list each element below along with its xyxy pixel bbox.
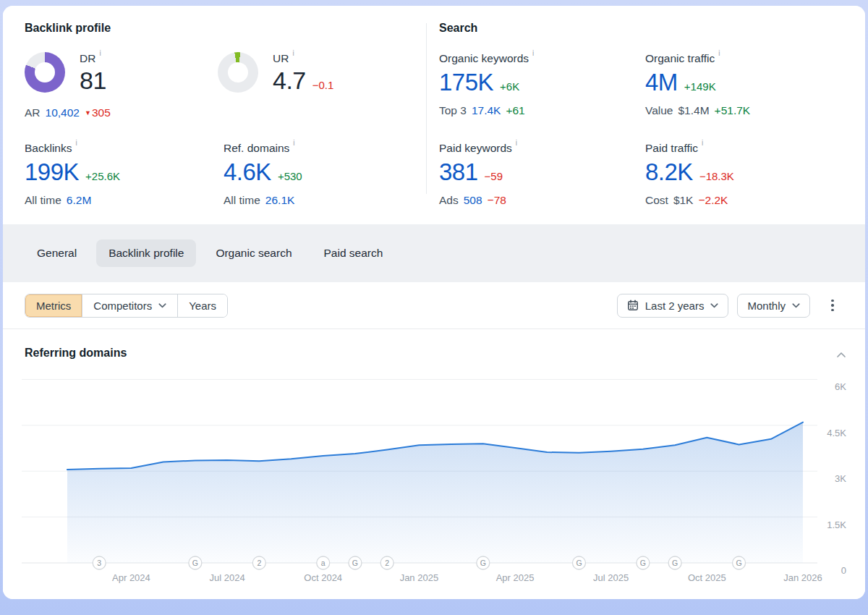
svg-text:2: 2 [257, 559, 261, 567]
ur-donut [215, 49, 262, 96]
calendar-icon [627, 300, 639, 311]
chevron-down-icon [710, 303, 718, 308]
value-label: Value [645, 104, 673, 117]
backlinks-label: Backlinks [25, 142, 72, 155]
top3-delta: +61 [506, 104, 524, 117]
svg-text:G: G [352, 559, 358, 567]
organic-keywords-delta: +6K [500, 80, 519, 93]
referring-domains-chart[interactable]: 3G2aG2GGGGG 01.5K3K4.5K6KApr 2024Jul 202… [3, 329, 865, 599]
referring-domains-panel: Referring domains 3G2aG2GGGGG 01.5K3K4.5… [3, 329, 865, 599]
date-range-label: Last 2 years [645, 300, 705, 312]
info-icon[interactable]: i [292, 49, 294, 57]
cost-label: Cost [645, 194, 668, 207]
cost-amount: $1K [673, 194, 694, 207]
tabs-bar: General Backlink profile Organic search … [3, 224, 865, 282]
stats-section: Backlink profile Search DRi 81 AR 10,402… [3, 6, 865, 224]
chevron-down-icon [792, 303, 800, 308]
svg-text:Apr 2024: Apr 2024 [112, 572, 150, 583]
info-icon[interactable]: i [516, 139, 517, 147]
info-icon[interactable]: i [718, 49, 720, 57]
backlink-profile-heading: Backlink profile [25, 22, 111, 35]
svg-text:Jul 2025: Jul 2025 [593, 572, 629, 583]
date-range-dropdown[interactable]: Last 2 years [617, 294, 729, 318]
ref-domains-value[interactable]: 4.6K [224, 158, 271, 186]
svg-text:G: G [672, 559, 678, 567]
all-time-label: All time [224, 194, 260, 207]
chevron-down-icon [158, 303, 166, 308]
organic-traffic-delta: +149K [684, 80, 716, 93]
ref-domains-label: Ref. domains [224, 142, 289, 155]
page-frame: Backlink profile Search DRi 81 AR 10,402… [0, 0, 868, 615]
ar-row: AR 10,402 ▼305 [25, 106, 111, 119]
granularity-dropdown[interactable]: Monthly [737, 294, 810, 318]
tab-backlink-profile[interactable]: Backlink profile [96, 239, 196, 267]
ur-label: UR [273, 52, 289, 65]
svg-text:4.5K: 4.5K [827, 428, 846, 438]
paid-keywords-value[interactable]: 381 [439, 158, 478, 186]
ar-label: AR [25, 106, 41, 119]
svg-text:G: G [480, 559, 486, 567]
organic-keywords-value[interactable]: 175K [439, 69, 493, 96]
value-amount: $1.4M [678, 104, 710, 117]
svg-text:Oct 2024: Oct 2024 [304, 572, 342, 583]
years-button[interactable]: Years [177, 294, 227, 317]
ar-value-link[interactable]: 10,402 [46, 106, 80, 119]
paid-traffic-metric: Paid traffici 8.2K−18.3K Cost$1K−2.2K [645, 142, 734, 207]
organic-traffic-metric: Organic traffici 4M+149K Value$1.4M+51.7… [645, 52, 750, 117]
paid-traffic-value[interactable]: 8.2K [645, 158, 693, 186]
top3-label: Top 3 [439, 104, 467, 117]
triangle-down-icon: ▼ [85, 109, 91, 116]
top3-value-link[interactable]: 17.4K [472, 104, 501, 117]
organic-traffic-value[interactable]: 4M [645, 69, 678, 96]
svg-text:G: G [192, 559, 198, 567]
info-icon[interactable]: i [293, 139, 294, 147]
all-time-value-link[interactable]: 6.2M [67, 194, 91, 207]
overview-card: Backlink profile Search DRi 81 AR 10,402… [3, 6, 865, 599]
paid-keywords-metric: Paid keywordsi 381−59 Ads508−78 [439, 142, 517, 207]
svg-text:Jan 2025: Jan 2025 [400, 572, 439, 583]
granularity-label: Monthly [747, 300, 786, 312]
svg-text:Jul 2024: Jul 2024 [210, 572, 245, 583]
organic-keywords-metric: Organic keywordsi 175K+6K Top 317.4K+61 [439, 52, 534, 117]
info-icon[interactable]: i [75, 139, 77, 147]
svg-text:a: a [321, 559, 326, 567]
backlinks-metric: Backlinksi 199K+25.6K All time6.2M [25, 142, 120, 207]
info-icon[interactable]: i [99, 49, 101, 57]
ur-metric: URi 4.7−0.1 [218, 52, 333, 94]
svg-text:Oct 2025: Oct 2025 [688, 572, 726, 583]
svg-text:2: 2 [385, 559, 389, 567]
backlinks-value[interactable]: 199K [25, 158, 79, 186]
paid-traffic-delta: −18.3K [699, 170, 734, 182]
dr-donut [25, 52, 65, 93]
info-icon[interactable]: i [702, 139, 703, 147]
organic-traffic-label: Organic traffic [645, 52, 715, 65]
svg-text:G: G [576, 559, 582, 567]
backlinks-delta: +25.6K [85, 170, 120, 182]
svg-text:G: G [736, 559, 741, 567]
ur-delta: −0.1 [312, 79, 334, 91]
ads-delta: −78 [488, 194, 506, 207]
ref-domains-metric: Ref. domainsi 4.6K+530 All time26.1K [224, 142, 302, 207]
paid-traffic-label: Paid traffic [645, 142, 698, 155]
svg-text:Jan 2026: Jan 2026 [783, 572, 822, 583]
all-time-label: All time [25, 194, 61, 207]
dr-label: DR [80, 52, 95, 65]
tab-organic-search[interactable]: Organic search [203, 239, 304, 267]
tab-paid-search[interactable]: Paid search [312, 239, 396, 267]
metrics-button[interactable]: Metrics [25, 294, 82, 317]
chart-toolbar: Metrics Competitors Years Last 2 years [3, 282, 865, 329]
paid-keywords-delta: −59 [485, 170, 503, 182]
more-options-kebab-icon[interactable] [825, 294, 841, 316]
svg-text:Apr 2025: Apr 2025 [496, 572, 535, 583]
svg-text:6K: 6K [835, 381, 846, 392]
ref-domains-delta: +530 [278, 170, 302, 182]
all-time-value-link[interactable]: 26.1K [265, 194, 295, 207]
ads-value-link[interactable]: 508 [464, 194, 482, 207]
info-icon[interactable]: i [532, 49, 534, 57]
ur-value: 4.7 [273, 67, 306, 94]
section-divider [426, 23, 427, 194]
dr-value: 81 [80, 67, 106, 94]
tab-general[interactable]: General [25, 239, 89, 267]
svg-text:G: G [640, 559, 646, 567]
competitors-button[interactable]: Competitors [82, 294, 177, 317]
